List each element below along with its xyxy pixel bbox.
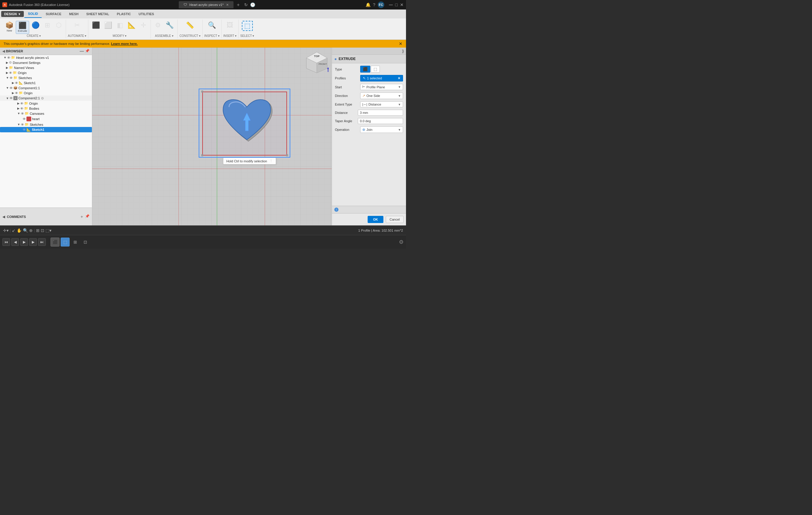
- browser-collapse-icon[interactable]: —: [80, 49, 84, 54]
- start-select[interactable]: ⊢ Profile Plane ▼: [360, 84, 403, 90]
- comments-back-icon[interactable]: ◀: [2, 215, 5, 219]
- tab-plastic[interactable]: PLASTIC: [113, 10, 135, 18]
- eye-icon7[interactable]: 👁: [9, 96, 13, 100]
- move-btn[interactable]: ✛: [138, 21, 149, 30]
- ok-button[interactable]: OK: [368, 216, 383, 223]
- new-tab-btn[interactable]: ＋: [233, 2, 243, 8]
- cancel-button[interactable]: Cancel: [386, 216, 404, 223]
- design-button[interactable]: DESIGN ▼: [1, 11, 24, 17]
- user-avatar[interactable]: FC: [378, 1, 384, 8]
- tab-close-icon[interactable]: ✕: [226, 3, 229, 7]
- nav-fwd-btn[interactable]: ▶: [29, 238, 37, 246]
- tab-utilities[interactable]: UTILITIES: [135, 10, 157, 18]
- tree-item-component2[interactable]: ▼ 👁 ▪ Component2:1 ⊙: [0, 95, 92, 101]
- view-mode-2[interactable]: ⬚: [61, 238, 69, 246]
- root-toggle-icon[interactable]: ▼: [4, 56, 6, 59]
- warning-link[interactable]: Learn more here.: [111, 42, 138, 46]
- browser-back-icon[interactable]: ◀: [2, 49, 5, 53]
- inspect-btn[interactable]: 🔍: [206, 21, 218, 30]
- comments-pin-icon[interactable]: 📌: [85, 214, 89, 219]
- eye-icon9[interactable]: 👁: [20, 107, 24, 110]
- viewport[interactable]: Hold Ctrl to modify selection ⋮ TOP FRON…: [92, 48, 331, 225]
- tree-item-sketch1-top[interactable]: ▶ 👁 📐 Sketch1: [0, 80, 92, 85]
- tree-item-origin[interactable]: ▶ 👁 📁 Origin: [0, 70, 92, 75]
- item-toggle-icon2[interactable]: ▶: [6, 66, 8, 69]
- tab-history-icon[interactable]: 🕐: [249, 2, 256, 7]
- close-btn[interactable]: ✕: [400, 2, 404, 7]
- tooltip-menu-icon[interactable]: ⋮: [269, 159, 273, 163]
- pattern-btn[interactable]: ⬡: [53, 21, 64, 30]
- eye-icon11[interactable]: 👁: [23, 117, 26, 121]
- nav-prev-btn[interactable]: ⏮: [2, 238, 10, 246]
- comments-add-icon[interactable]: ＋: [80, 214, 84, 219]
- select-btn[interactable]: ⬚: [242, 21, 253, 31]
- panel-expand-icon[interactable]: ⟫: [402, 49, 404, 54]
- eye-icon10[interactable]: 👁: [21, 112, 24, 115]
- item-toggle-icon[interactable]: ▶: [6, 61, 8, 64]
- tree-item-docsettings[interactable]: ▶ ⚙ Document Settings: [0, 60, 92, 65]
- look-at-icon[interactable]: ↙: [12, 228, 16, 233]
- profiles-value-box[interactable]: ↖ 1 selected ✕: [360, 75, 403, 82]
- automate-btn[interactable]: ✂: [72, 21, 82, 30]
- tree-item-root[interactable]: ▼ 👁 📁 Heart acrylic pieces v1: [0, 55, 92, 60]
- tree-item-origin2[interactable]: ▶ 👁 📁 Origin: [0, 90, 92, 95]
- eye-icon2[interactable]: 👁: [9, 71, 12, 74]
- view-mode-4[interactable]: ⊡: [81, 238, 90, 246]
- eye-icon[interactable]: 👁: [7, 56, 10, 59]
- distance-input[interactable]: [358, 110, 403, 116]
- eye-icon8[interactable]: 👁: [20, 102, 24, 105]
- new-component-btn[interactable]: 📦 New: [4, 21, 15, 33]
- browser-pin-icon[interactable]: 📌: [85, 49, 89, 54]
- corner-handle-br[interactable]: [286, 154, 288, 156]
- profiles-clear-icon[interactable]: ✕: [398, 77, 400, 80]
- assemble-btn2[interactable]: 🔧: [164, 21, 175, 30]
- extrude-btn[interactable]: ⬛ Extrude: [16, 21, 29, 34]
- tab-solid[interactable]: SOLID: [24, 10, 41, 18]
- heart-shape-container[interactable]: [217, 94, 277, 153]
- operation-select[interactable]: ⊕ Join ▼: [360, 126, 403, 133]
- notification-icon[interactable]: 🔔: [366, 2, 371, 7]
- eye-icon4[interactable]: 👁: [15, 81, 18, 85]
- sketch-btn[interactable]: ⊞: [42, 21, 53, 30]
- view-mode-3[interactable]: ⊞: [71, 238, 80, 246]
- info-icon[interactable]: i: [334, 208, 339, 212]
- joint-btn[interactable]: ⚙: [152, 21, 163, 30]
- zoom2-icon[interactable]: ⊕: [29, 228, 33, 233]
- direction-select[interactable]: ↗ One Side ▼: [360, 92, 403, 99]
- tree-item-sketches-top[interactable]: ▼ 👁 📁 Sketches: [0, 75, 92, 80]
- tree-item-component1[interactable]: ▼ 👁 📦 Component1:1: [0, 85, 92, 90]
- type-btn-1[interactable]: ⬛: [360, 66, 370, 72]
- corner-handle-tl[interactable]: [201, 90, 203, 93]
- maximize-btn[interactable]: □: [395, 2, 398, 7]
- grid-icon[interactable]: ⊞: [36, 228, 39, 233]
- tab-mesh[interactable]: MESH: [65, 10, 82, 18]
- chamfer-btn[interactable]: ◧: [115, 21, 125, 30]
- nav-last-btn[interactable]: ⏭: [38, 238, 46, 246]
- eye-icon5[interactable]: 👁: [9, 86, 13, 90]
- eye-icon3[interactable]: 👁: [9, 76, 13, 80]
- tab-sheetmetal[interactable]: SHEET METAL: [83, 10, 113, 18]
- help-icon[interactable]: ?: [373, 2, 375, 7]
- pan-icon[interactable]: ✋: [17, 228, 22, 233]
- settings-btn[interactable]: ⚙: [399, 239, 404, 245]
- type-btn-2[interactable]: ⬚: [371, 66, 380, 72]
- view-mode-1[interactable]: ⬛: [51, 238, 59, 246]
- tree-item-origin3[interactable]: ▶ 👁 📁 Origin: [0, 101, 92, 106]
- tree-item-namedviews[interactable]: ▶ 📁 Named Views: [0, 65, 92, 70]
- zoom-icon[interactable]: 🔍: [23, 228, 28, 233]
- shell-btn[interactable]: 📐: [126, 21, 138, 30]
- tab-surface[interactable]: SURFACE: [42, 10, 65, 18]
- corner-handle-bl[interactable]: [201, 154, 203, 156]
- nav-cube[interactable]: TOP FRONT: [305, 51, 329, 74]
- minimize-btn[interactable]: ─: [389, 2, 393, 8]
- construct-btn[interactable]: 📏: [184, 21, 196, 30]
- warning-close-icon[interactable]: ✕: [399, 41, 402, 46]
- eye-icon13[interactable]: 👁: [23, 128, 26, 131]
- tree-item-heart[interactable]: 👁 heart: [0, 116, 92, 122]
- nav-back-btn[interactable]: ◀: [11, 238, 19, 246]
- tree-item-bodies[interactable]: ▶ 👁 📁 Bodies: [0, 106, 92, 111]
- tree-item-sketch1-selected[interactable]: 👁 📐 Sketch1: [0, 127, 92, 132]
- tree-item-sketches2[interactable]: ▼ 👁 📁 Sketches: [0, 122, 92, 127]
- eye-icon6[interactable]: 👁: [15, 91, 18, 95]
- view-icon[interactable]: ⬚▾: [46, 228, 52, 233]
